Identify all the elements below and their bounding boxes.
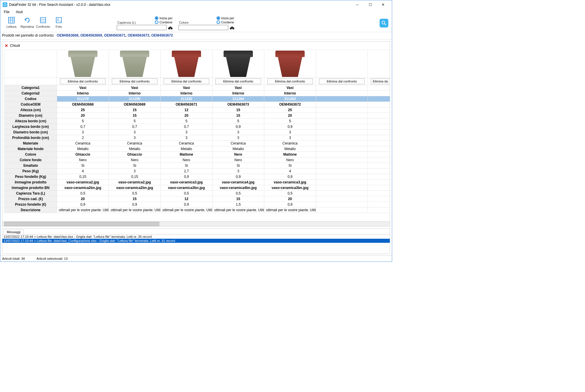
- attr-value[interactable]: 25: [57, 107, 109, 113]
- attr-value[interactable]: OEM4563669: [109, 102, 161, 107]
- attr-value[interactable]: 15: [212, 196, 264, 202]
- attr-value[interactable]: 20: [264, 113, 316, 118]
- attr-value[interactable]: vaso-ceramica2.jpg: [57, 180, 109, 185]
- message-line[interactable]: 12/07/2022 17:10:44 > Lettura file: data…: [2, 235, 390, 239]
- attr-value[interactable]: 0,7: [57, 124, 109, 130]
- attr-value[interactable]: 0,15: [109, 174, 161, 180]
- attr-value[interactable]: Ceramica: [264, 141, 316, 146]
- attr-value[interactable]: 3: [57, 130, 109, 135]
- attr-value[interactable]: Interno: [57, 91, 109, 96]
- attr-value[interactable]: Mattone: [161, 152, 212, 157]
- capienza-input[interactable]: [117, 25, 167, 30]
- attr-value[interactable]: vaso-ceramica4bn.jpg: [212, 185, 264, 191]
- colore-input[interactable]: [179, 25, 228, 30]
- attr-value[interactable]: Metallo: [57, 146, 109, 152]
- attr-value[interactable]: 0,5: [109, 191, 161, 196]
- attr-value[interactable]: Metallo: [212, 146, 264, 152]
- attr-value[interactable]: Nero: [212, 152, 264, 157]
- attr-value[interactable]: Si: [264, 163, 316, 169]
- attr-value[interactable]: 0,9: [264, 202, 316, 207]
- attr-value[interactable]: ottimali per le vostre piante. Utilizzat: [264, 207, 316, 213]
- foto-button[interactable]: Foto: [51, 16, 66, 28]
- attr-value[interactable]: Vasi: [57, 85, 109, 91]
- attr-value[interactable]: Interno: [264, 91, 316, 96]
- attr-value[interactable]: Interno: [109, 91, 161, 96]
- attr-value[interactable]: ottimali per le vostre piante. Utilizzat: [161, 207, 212, 213]
- attr-value[interactable]: vaso-ceramica4.jpg: [212, 180, 264, 185]
- attr-value[interactable]: 0,5: [57, 191, 109, 196]
- menu-help[interactable]: Aiuti: [14, 9, 24, 15]
- attr-value[interactable]: 5: [109, 118, 161, 124]
- attr-value[interactable]: Nero: [264, 157, 316, 163]
- attr-value[interactable]: 0,5: [264, 191, 316, 196]
- capienza-contiene-radio[interactable]: Contiene: [155, 20, 173, 24]
- attr-value[interactable]: vaso-ceramica3.jpg: [161, 180, 212, 185]
- attr-value[interactable]: 0,5: [161, 191, 212, 196]
- attr-value[interactable]: Interno: [161, 91, 212, 96]
- attr-value[interactable]: 15: [109, 113, 161, 118]
- attr-value[interactable]: 311282: [161, 96, 212, 102]
- attr-value[interactable]: 3: [161, 130, 212, 135]
- attr-value[interactable]: 0,7: [161, 124, 212, 130]
- colore-inizia-radio[interactable]: Inizia per: [217, 16, 234, 20]
- messages-tab[interactable]: Messaggi: [4, 229, 24, 234]
- attr-value[interactable]: Si: [161, 163, 212, 169]
- attr-value[interactable]: vaso-ceramica3bn.jpg: [161, 185, 212, 191]
- attr-value[interactable]: vaso-ceramica2bn.jpg: [57, 185, 109, 191]
- attr-value[interactable]: 311279: [57, 96, 109, 102]
- lettura-button[interactable]: Lettura: [4, 16, 19, 28]
- maximize-button[interactable]: ☐: [364, 1, 377, 9]
- attr-value[interactable]: 3: [212, 130, 264, 135]
- attr-value[interactable]: OEM4563672: [264, 102, 316, 107]
- attr-value[interactable]: vaso-ceramica3.jpg: [264, 180, 316, 185]
- remove-compare-button[interactable]: Elimina dal confronto: [60, 78, 106, 84]
- attr-value[interactable]: 2: [57, 135, 109, 141]
- attr-value[interactable]: Nero: [161, 157, 212, 163]
- attr-value[interactable]: Vasi: [264, 85, 316, 91]
- menu-file[interactable]: File: [2, 9, 11, 15]
- attr-value[interactable]: 15: [109, 107, 161, 113]
- attr-value[interactable]: Mattone: [264, 152, 316, 157]
- attr-value[interactable]: Metallo: [264, 146, 316, 152]
- attr-value[interactable]: 311284: [212, 96, 264, 102]
- attr-value[interactable]: ottimali per le vostre piante. Utilizzat: [109, 207, 161, 213]
- message-line[interactable]: 12/07/2022 17:10:44 > Lettura file: data…: [2, 239, 390, 243]
- attr-value[interactable]: 3: [264, 135, 316, 141]
- attr-value[interactable]: 3: [109, 135, 161, 141]
- attr-value[interactable]: Si: [212, 163, 264, 169]
- attr-value[interactable]: vaso-ceramica2.jpg: [109, 180, 161, 185]
- attr-value[interactable]: OEM4563668: [57, 102, 109, 107]
- attr-value[interactable]: 25: [264, 107, 316, 113]
- attr-value[interactable]: Metallo: [109, 146, 161, 152]
- attr-value[interactable]: 20: [161, 113, 212, 118]
- attr-value[interactable]: Nero: [109, 157, 161, 163]
- attr-value[interactable]: Nero: [212, 157, 264, 163]
- binoculars-icon[interactable]: [168, 25, 173, 30]
- attr-value[interactable]: 15: [212, 107, 264, 113]
- attr-value[interactable]: 2,7: [161, 169, 212, 174]
- remove-compare-button[interactable]: Elimina dal confronto: [112, 78, 157, 84]
- confronto-button[interactable]: Confronto: [35, 16, 51, 28]
- attr-value[interactable]: Ceramica: [212, 141, 264, 146]
- ripristina-button[interactable]: Ripristina: [20, 16, 35, 28]
- attr-value[interactable]: OEM4563673: [212, 102, 264, 107]
- binoculars-icon[interactable]: [229, 25, 235, 30]
- remove-compare-button[interactable]: Elimina dal confronto: [267, 78, 313, 84]
- attr-value[interactable]: 311280: [109, 96, 161, 102]
- attr-value[interactable]: Vasi: [212, 85, 264, 91]
- attr-value[interactable]: 0,15: [57, 174, 109, 180]
- attr-value[interactable]: 4: [264, 169, 316, 174]
- close-label[interactable]: Chiudi: [10, 44, 20, 48]
- attr-value[interactable]: 0,5: [212, 191, 264, 196]
- attr-value[interactable]: 5: [212, 118, 264, 124]
- attr-value[interactable]: Interno: [212, 91, 264, 96]
- attr-value[interactable]: Ghiaccio: [57, 152, 109, 157]
- attr-value[interactable]: ottimali per le vostre piante. Utilizzat: [212, 207, 264, 213]
- capienza-inizia-radio[interactable]: Inizia per: [155, 16, 173, 20]
- attr-value[interactable]: 0,9: [212, 174, 264, 180]
- close-icon[interactable]: ✕: [5, 43, 8, 48]
- attr-value[interactable]: Ceramica: [109, 141, 161, 146]
- attr-value[interactable]: 20: [57, 113, 109, 118]
- table-wrapper[interactable]: Elimina dal confrontoElimina dal confron…: [2, 50, 390, 221]
- remove-compare-button[interactable]: Elimina dal confronto: [215, 78, 261, 84]
